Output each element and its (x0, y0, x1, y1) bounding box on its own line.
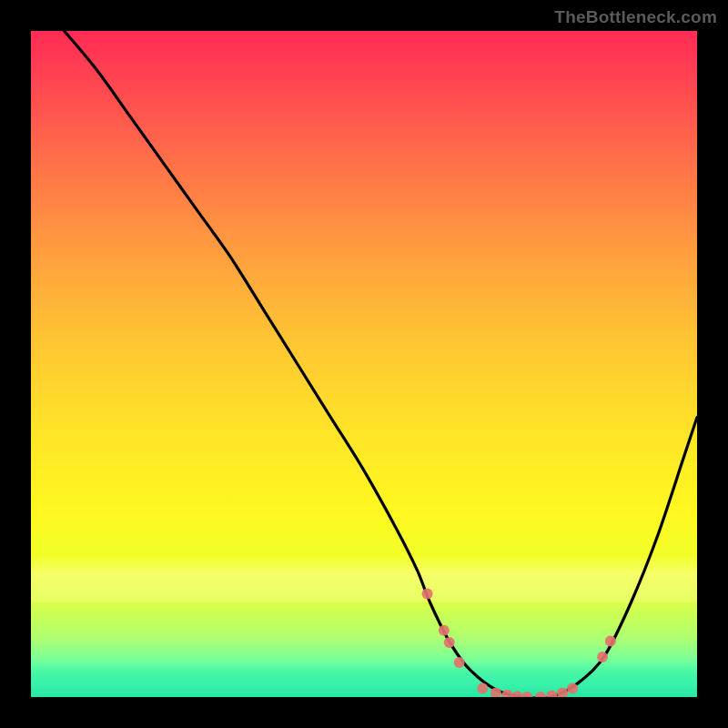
data-point-marker (501, 690, 512, 697)
data-point-marker (444, 637, 455, 648)
bottleneck-curve-svg (31, 31, 697, 697)
data-point-marker (454, 657, 465, 668)
bottleneck-curve-path (65, 31, 697, 697)
data-point-marker (567, 682, 578, 693)
data-point-marker (439, 625, 450, 636)
marker-group (422, 589, 616, 697)
data-point-marker (535, 692, 546, 697)
data-point-marker (477, 682, 488, 693)
chart-plot-area (31, 31, 697, 697)
data-point-marker (521, 692, 532, 697)
data-point-marker (546, 691, 557, 697)
data-point-marker (605, 636, 616, 647)
curve-group (65, 31, 697, 697)
data-point-marker (597, 652, 608, 662)
attribution-label: TheBottleneck.com (554, 7, 717, 27)
data-point-marker (557, 688, 568, 697)
data-point-marker (422, 589, 433, 600)
data-point-marker (511, 691, 522, 697)
